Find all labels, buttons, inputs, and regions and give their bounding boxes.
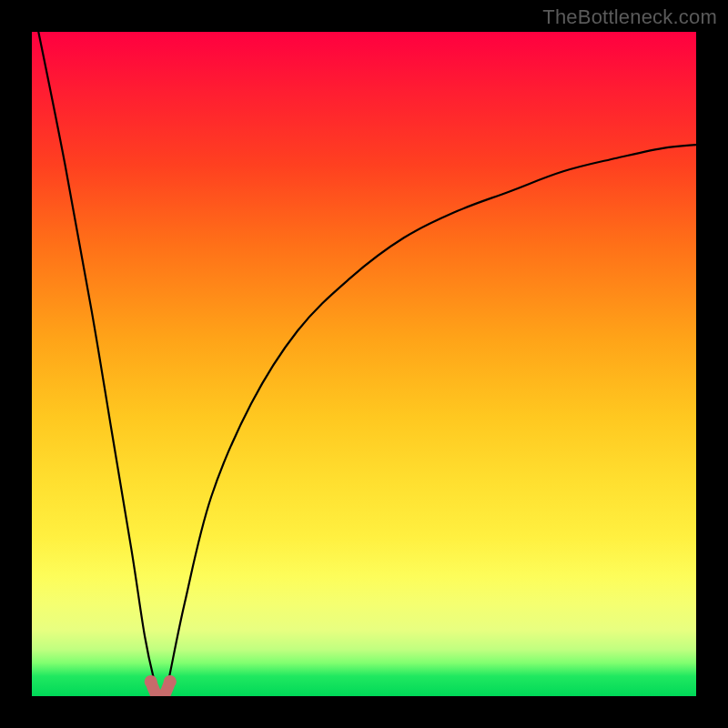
- chart-plot-area: [32, 32, 696, 696]
- chart-frame: TheBottleneck.com: [0, 0, 728, 728]
- watermark-text: TheBottleneck.com: [542, 5, 717, 29]
